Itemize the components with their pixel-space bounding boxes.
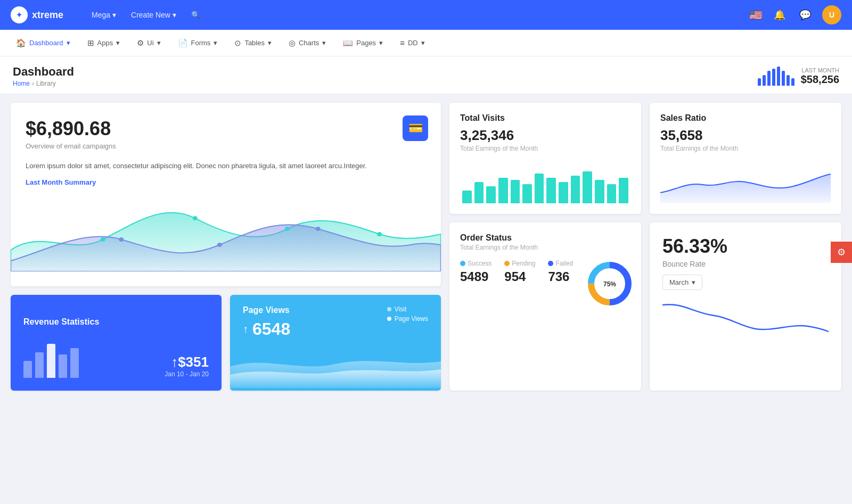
nav-mega[interactable]: Mega ▾ [85,7,122,22]
snav-apps-label: Apps [97,39,113,47]
tables-icon: ⊙ [234,38,241,48]
order-subtitle: Total Earnings of the Month [460,244,630,251]
breadcrumb-separator: › [32,80,34,87]
revenue-amount-2: ↑$351 [165,354,209,370]
snav-forms-label: Forms [191,39,211,47]
email-subtitle-2: Overview of email campaigns [26,142,426,150]
sales-title-2: Sales Ratio [660,113,831,123]
breadcrumb-home[interactable]: Home [13,80,30,87]
snav-dashboard[interactable]: 🏠 Dashboard ▾ [9,35,78,51]
chevron-down-icon: ▾ [421,39,425,47]
chevron-down-icon-2: ▾ [692,278,695,286]
snav-dashboard-label: Dashboard [29,39,63,47]
settings-gear-button[interactable]: ⚙ [831,242,852,263]
page-title: Dashboard [13,65,74,79]
snav-ui-label: Ui [147,39,153,47]
snav-forms[interactable]: 📄 Forms ▾ [170,35,225,51]
email-area-chart-2 [11,186,441,271]
chevron-down-icon: ▾ [173,11,176,19]
month-select-2[interactable]: March ▾ [662,275,702,290]
bounce-rate-chart-2 [662,294,829,337]
svg-point-8 [193,216,198,220]
last-month-label: LAST MONTH [801,67,839,73]
last-month-value: $58,256 [801,73,839,86]
col1-bottom-row: Revenue Statistics ↑$351 Jan 10 - Jan 20 [11,295,441,391]
page-header-left: Dashboard Home › Library [13,65,74,87]
ui-icon: ⚙ [137,38,144,48]
svg-point-9 [285,227,290,231]
pending-count: 954 [504,269,535,284]
dashboard-col-2: Total Visits 3,25,346 Total Earnings of … [449,103,641,391]
snav-ui[interactable]: ⚙ Ui ▾ [129,35,168,51]
snav-tables[interactable]: ⊙ Tables ▾ [227,35,279,51]
chevron-down-icon: ▾ [157,39,161,47]
snav-pages-label: Pages [356,39,376,47]
home-icon: 🏠 [16,38,26,48]
revenue-left-2: Revenue Statistics [23,317,99,378]
dd-icon: ≡ [400,38,405,47]
language-flag[interactable]: 🇺🇸 [749,9,763,21]
revenue-date-2: Jan 10 - Jan 20 [165,370,209,378]
bounce-rate-card-2: 56.33% Bounce Rate March ▾ [650,222,841,391]
order-status-card-2: Order Status Total Earnings of the Month… [449,222,641,391]
secondary-navbar: 🏠 Dashboard ▾ ⊞ Apps ▾ ⚙ Ui ▾ 📄 Forms ▾ … [0,30,852,56]
snav-dd[interactable]: ≡ DD ▾ [392,35,432,51]
breadcrumb-library: Library [36,80,56,87]
visits-bar-chart-2 [460,161,630,203]
svg-point-13 [316,227,321,231]
logo-icon: ✦ [11,6,28,23]
donut-chart-container: 75% [586,260,634,308]
email-campaign-card-2: $6,890.68 Overview of email campaigns 💳 … [11,103,441,286]
failed-count: 736 [548,269,573,284]
pageviews-top-2: Page Views ↑ 6548 Visit Pag [243,305,428,339]
snav-pages[interactable]: 📖 Pages ▾ [335,35,390,51]
order-title: Order Status [460,233,630,243]
nav-search[interactable]: 🔍 [185,7,207,22]
pageviews-title-area-2: Page Views ↑ 6548 [243,305,290,339]
messages-button[interactable]: 💬 [797,6,814,23]
chevron-down-icon: ▾ [268,39,272,47]
snav-charts[interactable]: ◎ Charts ▾ [281,35,333,51]
snav-apps[interactable]: ⊞ Apps ▾ [80,35,128,51]
svg-text:75%: 75% [603,280,616,288]
legend-pageviews-2: Page Views [387,315,428,323]
visits-subtitle-2: Total Earnings of the Month [460,145,630,152]
search-icon: 🔍 [191,11,200,19]
email-description-2: Lorem ipsum dolor sit amet, consectetur … [26,161,426,172]
pageviews-number-2: ↑ 6548 [243,319,290,339]
chevron-down-icon: ▾ [112,11,116,19]
apps-icon: ⊞ [87,38,94,48]
pageviews-legend-2: Visit Page Views [387,305,428,323]
brand-name: xtreme [32,10,63,21]
dashboard-col-1: $6,890.68 Overview of email campaigns 💳 … [11,103,441,391]
notifications-button[interactable]: 🔔 [771,6,788,23]
top-nav-items: Mega ▾ Create New ▾ 🔍 [85,7,207,22]
wallet-icon-2: 💳 [403,115,428,141]
chevron-down-icon: ▾ [116,39,120,47]
user-avatar[interactable]: U [822,5,841,24]
dashboard-grid: $6,890.68 Overview of email campaigns 💳 … [0,94,852,399]
sales-subtitle-2: Total Earnings of the Month [660,145,831,152]
logo[interactable]: ✦ xtreme [11,6,75,23]
svg-point-12 [217,243,222,247]
stat-success: Success 5489 [460,260,491,308]
order-stats: Success 5489 Pending 954 Failed [460,260,630,308]
page-header-right: LAST MONTH $58,256 [758,67,839,86]
stat-failed: Failed 736 [548,260,573,308]
snav-dd-label: DD [408,39,418,47]
top-navbar: ✦ xtreme Mega ▾ Create New ▾ 🔍 🇺🇸 🔔 💬 U [0,0,852,30]
revenue-right-2: ↑$351 Jan 10 - Jan 20 [165,354,209,378]
last-month-info: LAST MONTH $58,256 [801,67,839,86]
sales-line-chart-2 [660,161,831,203]
total-visits-card-2: Total Visits 3,25,346 Total Earnings of … [449,103,641,214]
pageviews-wave-chart-2 [230,345,441,388]
svg-point-11 [119,237,124,242]
chevron-down-icon: ▾ [379,39,383,47]
svg-point-10 [377,232,382,236]
nav-create-new[interactable]: Create New ▾ [125,7,183,22]
revenue-bar-chart-2 [23,335,99,378]
last-month-summary-link-2[interactable]: Last Month Summary [26,178,426,186]
pages-icon: 📖 [343,38,353,48]
forms-icon: 📄 [178,38,188,48]
svg-point-7 [101,237,105,242]
